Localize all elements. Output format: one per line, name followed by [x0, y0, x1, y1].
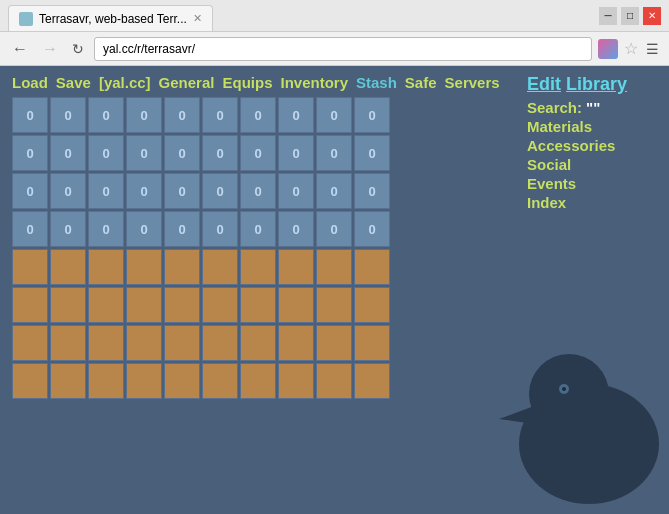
grid-cell[interactable] — [354, 249, 390, 285]
grid-cell[interactable] — [354, 363, 390, 399]
grid-cell[interactable] — [50, 363, 86, 399]
grid-cell[interactable] — [126, 287, 162, 323]
grid-cell[interactable] — [240, 249, 276, 285]
minimize-button[interactable]: ─ — [599, 7, 617, 25]
search-item[interactable]: Search: "" — [527, 99, 657, 116]
grid-cell[interactable]: 0 — [316, 173, 352, 209]
grid-cell[interactable] — [126, 249, 162, 285]
refresh-button[interactable]: ↻ — [68, 39, 88, 59]
grid-cell[interactable] — [12, 249, 48, 285]
grid-cell[interactable] — [126, 325, 162, 361]
grid-cell[interactable]: 0 — [278, 135, 314, 171]
grid-cell[interactable]: 0 — [126, 211, 162, 247]
menu-button[interactable]: ☰ — [644, 39, 661, 59]
grid-cell[interactable] — [12, 325, 48, 361]
grid-cell[interactable]: 0 — [354, 173, 390, 209]
grid-cell[interactable]: 0 — [278, 211, 314, 247]
grid-cell[interactable] — [202, 325, 238, 361]
grid-cell[interactable] — [316, 363, 352, 399]
grid-cell[interactable] — [354, 287, 390, 323]
grid-cell[interactable]: 0 — [88, 135, 124, 171]
browser-tab[interactable]: Terrasavr, web-based Terr... ✕ — [8, 5, 213, 31]
bookmark-icon[interactable]: ☆ — [624, 39, 638, 58]
grid-cell[interactable] — [164, 363, 200, 399]
grid-cell[interactable]: 0 — [50, 173, 86, 209]
grid-cell[interactable]: 0 — [354, 97, 390, 133]
grid-cell[interactable] — [354, 325, 390, 361]
grid-cell[interactable] — [278, 287, 314, 323]
menu-general[interactable]: General — [159, 74, 215, 91]
grid-cell[interactable] — [164, 325, 200, 361]
grid-cell[interactable] — [278, 249, 314, 285]
menu-inventory[interactable]: Inventory — [280, 74, 348, 91]
grid-cell[interactable]: 0 — [202, 211, 238, 247]
grid-cell[interactable]: 0 — [202, 135, 238, 171]
grid-cell[interactable] — [202, 249, 238, 285]
grid-cell[interactable] — [316, 287, 352, 323]
grid-cell[interactable] — [164, 249, 200, 285]
grid-cell[interactable]: 0 — [12, 211, 48, 247]
grid-cell[interactable]: 0 — [126, 173, 162, 209]
grid-cell[interactable]: 0 — [88, 97, 124, 133]
grid-cell[interactable] — [164, 287, 200, 323]
menu-servers[interactable]: Servers — [445, 74, 500, 91]
grid-cell[interactable]: 0 — [240, 97, 276, 133]
maximize-button[interactable]: □ — [621, 7, 639, 25]
accessories-link[interactable]: Accessories — [527, 137, 657, 154]
grid-cell[interactable]: 0 — [164, 211, 200, 247]
grid-cell[interactable] — [50, 249, 86, 285]
grid-cell[interactable] — [240, 363, 276, 399]
grid-cell[interactable] — [88, 249, 124, 285]
menu-stash[interactable]: Stash — [356, 74, 397, 91]
forward-button[interactable]: → — [38, 38, 62, 60]
grid-cell[interactable] — [278, 363, 314, 399]
index-link[interactable]: Index — [527, 194, 657, 211]
grid-cell[interactable]: 0 — [126, 135, 162, 171]
materials-link[interactable]: Materials — [527, 118, 657, 135]
grid-cell[interactable]: 0 — [316, 97, 352, 133]
grid-cell[interactable] — [316, 325, 352, 361]
grid-cell[interactable] — [202, 363, 238, 399]
grid-cell[interactable]: 0 — [12, 97, 48, 133]
grid-cell[interactable] — [12, 363, 48, 399]
tab-close-btn[interactable]: ✕ — [193, 12, 202, 25]
grid-cell[interactable]: 0 — [88, 173, 124, 209]
grid-cell[interactable]: 0 — [50, 211, 86, 247]
grid-cell[interactable]: 0 — [50, 97, 86, 133]
back-button[interactable]: ← — [8, 38, 32, 60]
grid-cell[interactable]: 0 — [278, 173, 314, 209]
grid-cell[interactable] — [202, 287, 238, 323]
grid-cell[interactable]: 0 — [202, 97, 238, 133]
grid-cell[interactable]: 0 — [316, 135, 352, 171]
grid-cell[interactable]: 0 — [202, 173, 238, 209]
grid-cell[interactable] — [316, 249, 352, 285]
menu-equips[interactable]: Equips — [222, 74, 272, 91]
grid-cell[interactable]: 0 — [12, 173, 48, 209]
grid-cell[interactable] — [88, 287, 124, 323]
grid-cell[interactable]: 0 — [88, 211, 124, 247]
grid-cell[interactable] — [240, 287, 276, 323]
grid-cell[interactable]: 0 — [12, 135, 48, 171]
address-bar[interactable] — [94, 37, 592, 61]
menu-load[interactable]: Load — [12, 74, 48, 91]
grid-cell[interactable] — [50, 287, 86, 323]
grid-cell[interactable]: 0 — [240, 135, 276, 171]
grid-cell[interactable] — [12, 287, 48, 323]
grid-cell[interactable] — [278, 325, 314, 361]
menu-yal[interactable]: [yal.cc] — [99, 74, 151, 91]
menu-safe[interactable]: Safe — [405, 74, 437, 91]
events-link[interactable]: Events — [527, 175, 657, 192]
grid-cell[interactable] — [126, 363, 162, 399]
grid-cell[interactable]: 0 — [164, 97, 200, 133]
grid-cell[interactable]: 0 — [240, 211, 276, 247]
grid-cell[interactable] — [88, 325, 124, 361]
grid-cell[interactable]: 0 — [354, 135, 390, 171]
grid-cell[interactable]: 0 — [164, 173, 200, 209]
grid-cell[interactable]: 0 — [316, 211, 352, 247]
grid-cell[interactable] — [88, 363, 124, 399]
grid-cell[interactable] — [240, 325, 276, 361]
grid-cell[interactable]: 0 — [50, 135, 86, 171]
grid-cell[interactable]: 0 — [126, 97, 162, 133]
grid-cell[interactable] — [50, 325, 86, 361]
grid-cell[interactable]: 0 — [354, 211, 390, 247]
